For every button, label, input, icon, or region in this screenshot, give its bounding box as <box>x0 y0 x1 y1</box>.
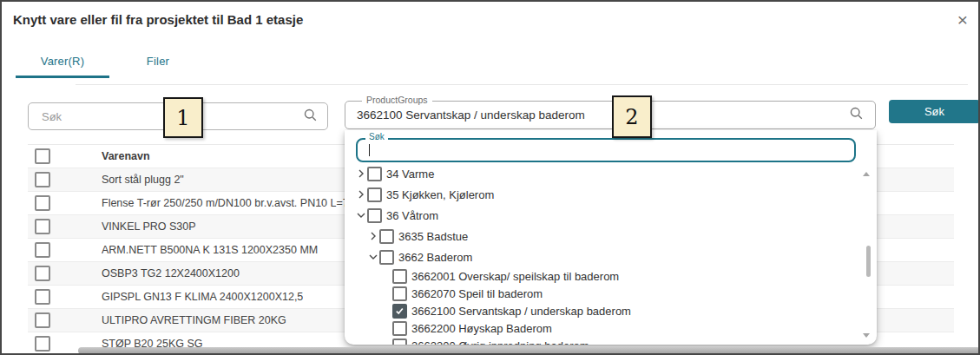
tree-item-label: 3662300 Øvrig innredning baderom <box>411 339 589 345</box>
annotation-mark-1: 1 <box>163 97 203 138</box>
tree-item-label: 3662 Baderom <box>398 251 472 264</box>
scroll-down-icon[interactable] <box>863 333 870 338</box>
search-button[interactable]: Søk <box>889 100 980 123</box>
product-groups-label: ProductGroups <box>362 95 432 105</box>
tree-item-label: 36 Våtrom <box>386 209 438 222</box>
row-checkbox[interactable] <box>35 289 50 305</box>
scroll-up-icon[interactable] <box>863 172 870 176</box>
tab-filer[interactable]: Filer <box>123 45 193 76</box>
tabbar-divider <box>76 84 968 85</box>
tree-item[interactable]: 34 Varme <box>345 163 861 184</box>
tab-varer[interactable]: Varer(R) <box>16 45 109 76</box>
tree-checkbox[interactable] <box>379 229 394 244</box>
tree-item[interactable]: 3635 Badstue <box>345 226 861 247</box>
tree-item-label: 3662100 Servantskap / underskap baderom <box>411 305 631 318</box>
tree-item[interactable]: 3662070 Speil til baderom <box>345 285 861 302</box>
tree-search-field[interactable] <box>356 138 856 162</box>
tree-checkbox[interactable] <box>367 167 382 181</box>
chevron-right-icon[interactable] <box>367 232 379 240</box>
row-checkbox[interactable] <box>35 195 50 211</box>
search-icon <box>303 108 318 126</box>
tree-item-label: 34 Varme <box>386 168 434 181</box>
tree-checkbox[interactable] <box>392 339 407 345</box>
tree-item[interactable]: 3662200 Høyskap Baderom <box>345 319 861 337</box>
dialog-title: Knytt vare eller fil fra prosjektet til … <box>13 12 303 27</box>
product-groups-value: 3662100 Servantskap / underskap baderom <box>357 108 849 122</box>
tree-checkbox[interactable] <box>392 321 407 336</box>
chevron-down-icon[interactable] <box>355 211 367 220</box>
row-checkbox[interactable] <box>35 312 50 328</box>
tree-item-label: 3662200 Høyskap Baderom <box>411 322 552 335</box>
tree-checkbox[interactable] <box>392 269 407 284</box>
select-all-checkbox[interactable] <box>35 148 50 164</box>
tree-checkbox[interactable] <box>367 208 382 223</box>
close-icon[interactable]: × <box>951 9 974 31</box>
tree-checkbox[interactable] <box>379 250 394 265</box>
tree-item[interactable]: 36 Våtrom <box>345 205 861 226</box>
chevron-right-icon[interactable] <box>355 190 367 199</box>
text-cursor <box>369 144 370 156</box>
tree-item-label: 3635 Badstue <box>398 230 468 243</box>
tree-checkbox[interactable] <box>367 187 382 202</box>
product-group-tree: 34 Varme 35 Kjøkken, Kjølerom 36 Våtrom … <box>345 163 861 345</box>
chevron-right-icon[interactable] <box>355 169 367 178</box>
tree-item[interactable]: 3662300 Øvrig innredning baderom <box>345 337 861 345</box>
tree-item-selected[interactable]: 3662100 Servantskap / underskap baderom <box>345 302 861 319</box>
tree-item[interactable]: 35 Kjøkken, Kjølerom <box>345 184 861 205</box>
annotation-mark-2: 2 <box>612 95 652 138</box>
tree-search-label: Søk <box>365 132 388 141</box>
tree-item-label: 35 Kjøkken, Kjølerom <box>386 188 494 201</box>
tree-item[interactable]: 3662001 Overskap/ speilskap til baderom <box>345 267 861 285</box>
tree-checkbox-checked[interactable] <box>392 304 407 319</box>
dialog-link-item-to-room: Knytt vare eller fil fra prosjektet til … <box>0 0 980 355</box>
row-checkbox[interactable] <box>35 336 50 352</box>
search-icon <box>849 106 864 124</box>
tree-item[interactable]: 3662 Baderom <box>345 247 861 267</box>
column-header-varenavn: Varenavn <box>102 150 150 162</box>
row-checkbox[interactable] <box>35 172 50 187</box>
tree-item-label: 3662070 Speil til baderom <box>411 287 543 300</box>
tree-checkbox[interactable] <box>392 286 407 301</box>
row-checkbox[interactable] <box>35 242 50 258</box>
product-groups-dropdown-panel: Søk 34 Varme 35 Kjøkken, Kjølerom 36 Våt… <box>345 130 877 345</box>
scrollbar-thumb[interactable] <box>866 246 871 277</box>
horizontal-scrollbar[interactable] <box>78 347 980 354</box>
active-tab-indicator <box>16 76 109 78</box>
row-checkbox[interactable] <box>35 266 50 281</box>
tree-item-label: 3662001 Overskap/ speilskap til baderom <box>411 270 619 283</box>
chevron-down-icon[interactable] <box>367 253 379 261</box>
row-checkbox[interactable] <box>35 219 50 234</box>
